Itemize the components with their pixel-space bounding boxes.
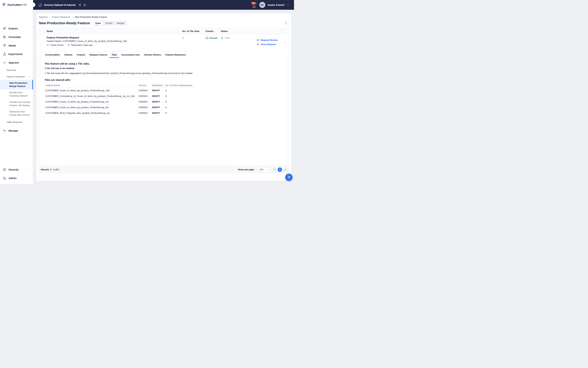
chevron-right-icon — [72, 16, 73, 18]
chevron-right-icon — [28, 36, 30, 38]
column-header-checks: Checks — [205, 30, 221, 32]
sidebar-nav: Explore Formulate Ideate Experiment Appr… — [0, 24, 33, 135]
breadcrumb-current: New Production-Ready Feature — [75, 16, 107, 18]
sidebar-item-label: New Production-Ready Feature — [9, 82, 28, 87]
tile-feature-name: CUSTOMER_Count_of_items_by_product_Produ… — [45, 89, 138, 92]
sidebar-item-overview[interactable]: Overview — [0, 67, 33, 73]
next-page-button[interactable] — [283, 168, 287, 172]
feature-request-row[interactable]: Feature Promotion Request Feature Name: … — [39, 34, 289, 50]
select-all-checkbox[interactable] — [41, 30, 44, 33]
collapse-row-button[interactable] — [282, 34, 288, 50]
chevron-right-icon — [28, 121, 30, 123]
status-draft-badge: Draft — [221, 37, 246, 39]
rows-per-page-select[interactable]: 100 — [257, 167, 269, 172]
page-title: New Production-Ready Feature — [39, 21, 90, 25]
status-cell: Draft — [221, 34, 246, 50]
previous-page-button[interactable] — [272, 168, 276, 172]
request-title: Feature Promotion Request — [47, 36, 182, 39]
notification-count-badge: 999+ — [251, 2, 257, 4]
sidebar-item-label: Approve — [9, 61, 19, 64]
request-feature-name: Feature Name: CUSTOMER_Count_of_items_by… — [47, 40, 182, 42]
close-request-label: Close Request — [260, 43, 276, 46]
telescope-icon — [3, 27, 6, 30]
user-search-icon — [3, 176, 6, 180]
table-row: CUSTOMER_Most_Frequent_item_product_Prod… — [45, 110, 198, 116]
lightbulb-icon — [3, 44, 6, 47]
tab-associated-lists[interactable]: Associated Lists — [119, 52, 142, 58]
breadcrumb: Approve Feature Requests New Production-… — [38, 16, 289, 18]
sidebar-item-ideate[interactable]: Ideate — [0, 41, 33, 50]
tile-feature-name: CUSTOMER_Count_of_items_by_product_Produ… — [45, 106, 138, 109]
tiles-shared-heading: Tiles are shared with: — [45, 78, 283, 81]
close-request-button[interactable]: Close Request — [257, 43, 282, 46]
row-checkbox[interactable] — [41, 41, 44, 44]
request-detail-panel: Conversation Checks Feature Request Sour… — [40, 51, 288, 165]
title-row: New Production-Ready Feature Open Closed… — [38, 20, 289, 26]
tab-checks[interactable]: Checks — [62, 52, 75, 58]
checks-label: Passed — [209, 37, 217, 39]
sidebar-item-admin[interactable]: Admin — [0, 174, 33, 182]
sidebar-item-deviate-from-cleaning-defaults[interactable]: Deviate from Cleaning Defaults — [0, 89, 33, 99]
shield-check-icon — [3, 168, 6, 171]
tile-version: V250522 — [138, 101, 152, 103]
table-row: CUSTOMER_Consistency_of_Count_of_items_b… — [45, 93, 198, 99]
tab-tiles[interactable]: Tiles — [109, 52, 119, 58]
sidebar-item-label: Overview — [7, 69, 16, 71]
filter-open-button[interactable]: Open — [93, 21, 103, 25]
results-count: Results: 1 - 1 of 1 — [40, 168, 59, 171]
tab-conversation[interactable]: Conversation — [43, 52, 62, 58]
user-menu-chevron-icon[interactable] — [287, 4, 289, 6]
tile-version: V250522 — [138, 89, 152, 92]
featurebyte-logo-mark — [2, 3, 6, 7]
featurebyte-logo[interactable]: FEATUREBYTE — [0, 0, 33, 10]
sidebar-item-manage[interactable]: Manage — [0, 126, 33, 135]
breadcrumb-approve[interactable]: Approve — [39, 16, 47, 18]
sidebar-item-deviate-from-default-feature-job-setting[interactable]: Deviate from Default Feature Job Setting — [0, 99, 33, 109]
sidebar-item-deprecate-and-create-new-version[interactable]: Deprecate And Create New Version — [0, 109, 33, 118]
filter-closed-button[interactable]: Closed — [103, 21, 114, 25]
sidebar-item-security[interactable]: Security — [0, 165, 33, 174]
tile-deployments: 0 — [165, 89, 198, 92]
user-name[interactable]: Xavier Conort — [267, 3, 284, 6]
sidebar-item-feature-requests[interactable]: Feature Requests — [0, 73, 33, 80]
search-button[interactable] — [283, 20, 289, 26]
sidebar-item-table-requests[interactable]: Table Requests — [0, 119, 33, 125]
column-header-tile-jobs: No. of Tile Jobs — [182, 30, 205, 32]
catalog-selector[interactable]: Grocery Dataset UI tutorial — [38, 3, 78, 7]
sidebar-item-label: Formulate — [9, 36, 21, 38]
tab-feature-relevance[interactable]: Feature Relevance — [163, 52, 188, 58]
tab-request-source[interactable]: Request Source — [87, 52, 109, 58]
avatar[interactable]: XC — [259, 2, 265, 8]
flask-icon — [3, 52, 6, 56]
sidebar-item-explore[interactable]: Explore — [0, 24, 33, 33]
tile-deployments: 0 — [165, 95, 198, 97]
tab-feature[interactable]: Feature — [75, 52, 87, 58]
catalog-dropdown-chevron-icon[interactable] — [89, 4, 91, 6]
tile-version: V250522 — [138, 112, 152, 114]
tile-feature-name: CUSTOMER_Most_Frequent_item_product_Prod… — [45, 112, 138, 114]
filter-merged-button[interactable]: Merged — [115, 21, 126, 25]
list-footer: Results: 1 - 1 of 1 Rows per page: 100 1 — [39, 166, 289, 173]
sidebar-item-approve[interactable]: Approve — [0, 58, 33, 67]
column-header-version: Version — [138, 84, 152, 87]
share-icon[interactable] — [78, 3, 81, 6]
catalog-monitor-icon — [38, 3, 42, 7]
head-gear-icon — [3, 35, 6, 39]
current-page-button[interactable]: 1 — [278, 167, 282, 172]
tile-job-description: 1 Tile Job every 60 min: Aggregation by … — [45, 72, 283, 74]
sidebar-item-formulate[interactable]: Formulate — [0, 33, 33, 41]
tiles-subheading: 1 Tile Job has to be enabled. — [45, 67, 283, 70]
row-actions: Request Review Close Request — [246, 34, 282, 50]
tab-version-history[interactable]: Version History — [142, 52, 163, 58]
sidebar-item-new-production-ready-feature[interactable]: New Production-Ready Feature — [0, 80, 33, 89]
chevron-right-icon — [28, 27, 30, 29]
tiles-tab-content: This feature will be using 1 Tile Jobs. … — [40, 58, 287, 120]
breadcrumb-feature-requests[interactable]: Feature Requests — [52, 16, 70, 18]
sidebar-item-experiment[interactable]: Experiment — [0, 50, 33, 58]
tile-deployments: 0 — [165, 112, 198, 114]
request-review-button[interactable]: Request Review — [257, 39, 282, 41]
help-button[interactable]: ? — [285, 174, 293, 181]
gear-icon[interactable] — [83, 3, 86, 7]
notifications-button[interactable]: 999+ — [251, 1, 257, 9]
footer-right: Rows per page: 100 1 — [238, 167, 287, 172]
